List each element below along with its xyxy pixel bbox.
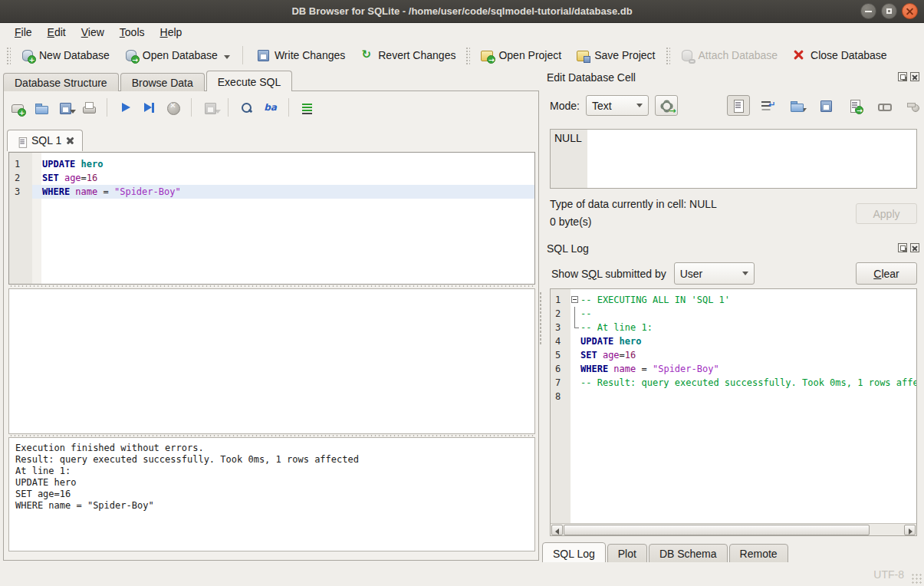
maximize-button[interactable] (881, 3, 897, 19)
mode-dropdown[interactable]: Text (586, 95, 649, 116)
close-database-icon (791, 48, 806, 62)
write-changes-button[interactable]: Write Changes (248, 44, 352, 66)
tab-sql-log[interactable]: SQL Log (542, 542, 606, 565)
close-database-button[interactable]: Close Database (784, 44, 894, 66)
right-dock: Edit Database Cell Mode: Text → NULL Typ… (542, 69, 924, 562)
save-sql-dropdown-icon[interactable] (70, 110, 76, 114)
sql-log-filter-row: Show SQL submitted by User (551, 262, 755, 285)
attach-database-button: Attach Database (672, 44, 785, 66)
save-sql-file-button[interactable] (58, 100, 72, 115)
code-line[interactable]: 1-- EXECUTING ALL IN 'SQL 1' (551, 293, 916, 307)
line-number: 5 (551, 348, 571, 362)
tab-database-structure[interactable]: Database Structure (3, 73, 119, 91)
code-line[interactable]: 2-- (551, 307, 916, 321)
minimize-button[interactable] (860, 3, 876, 19)
open-sql-file-button[interactable] (34, 100, 48, 115)
mode-settings-button[interactable] (655, 95, 678, 116)
code-line[interactable]: 6WHERE name = "Spider-Boy" (551, 362, 916, 376)
chevron-down-icon (742, 272, 748, 275)
fold-collapse-icon (571, 296, 578, 303)
link-icon (876, 98, 891, 113)
submitted-by-dropdown[interactable]: User (674, 262, 755, 285)
code-line[interactable]: 5SET age=16 (551, 348, 916, 362)
horizontal-scrollbar[interactable] (551, 523, 916, 535)
execute-sql-panel: + ba SQL 1 1UPDATE hero2SET age=163WHERE… (3, 91, 539, 561)
results-table[interactable] (8, 288, 535, 434)
save-project-button[interactable]: Save Project (568, 44, 662, 66)
code-line[interactable]: 3WHERE name = "Spider-Boy" (9, 185, 534, 199)
float-panel-icon[interactable] (898, 72, 907, 81)
menu-bar: File Edit View Tools Help (0, 24, 924, 41)
text-view-button[interactable] (727, 95, 750, 116)
fold-margin (571, 334, 580, 348)
code-line[interactable]: 3-- At line 1: (551, 321, 916, 334)
resize-grip[interactable] (911, 573, 922, 584)
open-url-button[interactable] (873, 95, 896, 116)
cell-value: NULL (554, 132, 582, 144)
open-project-button[interactable]: → Open Project (472, 44, 568, 66)
menu-help[interactable]: Help (153, 25, 189, 40)
word-wrap-button[interactable] (756, 95, 779, 116)
edit-cell-title: Edit Database Cell (547, 71, 636, 84)
splitter-handle[interactable] (8, 285, 535, 288)
toolbar-handle[interactable] (465, 46, 470, 64)
revert-changes-button[interactable]: ↻ Revert Changes (352, 44, 462, 66)
minimize-icon (865, 11, 872, 12)
apply-button: Apply (856, 203, 917, 224)
tab-browse-data[interactable]: Browse Data (120, 73, 205, 91)
scrollbar-thumb[interactable] (564, 525, 870, 535)
close-panel-icon[interactable] (910, 243, 919, 252)
menu-file[interactable]: File (8, 25, 39, 40)
open-database-dropdown-icon[interactable] (224, 55, 230, 59)
sql1-tab[interactable]: SQL 1 (7, 130, 83, 151)
tab-remote[interactable]: Remote (729, 544, 788, 565)
menu-edit[interactable]: Edit (41, 25, 73, 40)
cell-content-editor[interactable]: NULL (550, 129, 917, 189)
replace-button[interactable]: ba (263, 100, 278, 115)
cell-type-info: Type of data currently in cell: NULL (550, 198, 717, 210)
close-button[interactable] (902, 3, 918, 19)
fold-margin[interactable] (571, 293, 580, 307)
execution-status-log[interactable]: Execution finished without errors. Resul… (8, 437, 535, 551)
close-tab-icon[interactable] (66, 137, 74, 145)
code-line[interactable]: 4UPDATE hero (551, 334, 916, 348)
new-sql-tab-button[interactable]: + (10, 100, 25, 115)
print-sql-button[interactable] (81, 100, 96, 115)
new-database-button[interactable]: + New Database (13, 44, 117, 66)
export-icon: → (847, 98, 862, 113)
code-line[interactable]: 2SET age=16 (9, 171, 534, 185)
sql-log-view[interactable]: 1-- EXECUTING ALL IN 'SQL 1'2--3-- At li… (550, 288, 917, 536)
format-sql-button[interactable] (300, 100, 314, 115)
close-panel-icon[interactable] (910, 72, 919, 81)
execute-line-button[interactable] (142, 100, 156, 115)
menu-view[interactable]: View (74, 25, 111, 40)
stop-button (166, 100, 180, 115)
code-line[interactable]: 7-- Result: query executed successfully.… (551, 376, 916, 390)
execute-all-button[interactable] (118, 100, 133, 115)
tab-plot[interactable]: Plot (607, 544, 647, 565)
fold-margin (32, 185, 42, 199)
toolbar-handle[interactable] (5, 46, 11, 64)
copy-cell-button[interactable]: → (843, 95, 866, 116)
code-line[interactable]: 1UPDATE hero (9, 157, 534, 171)
sql-editor[interactable]: 1UPDATE hero2SET age=163WHERE name = "Sp… (8, 152, 535, 285)
tab-execute-sql[interactable]: Execute SQL (206, 71, 293, 91)
menu-tools[interactable]: Tools (113, 25, 152, 40)
toolbar-handle[interactable] (665, 46, 670, 64)
new-database-icon: + (20, 48, 35, 62)
code-line[interactable]: 8 (551, 390, 916, 403)
export-cell-button[interactable] (814, 95, 837, 116)
open-database-button[interactable]: → Open Database (117, 44, 237, 66)
open-project-icon: → (479, 48, 494, 62)
sql-document-icon (17, 136, 26, 145)
tab-db-schema[interactable]: DB Schema (649, 544, 728, 565)
import-cell-button[interactable] (785, 95, 808, 116)
find-button[interactable] (239, 100, 254, 115)
scroll-right-icon[interactable] (904, 525, 916, 535)
line-number: 3 (9, 185, 32, 199)
sql-log-title: SQL Log (547, 242, 589, 255)
scroll-left-icon[interactable] (551, 525, 563, 535)
float-panel-icon[interactable] (898, 243, 907, 252)
encoding-indicator[interactable]: UTF-8 (873, 568, 904, 581)
clear-log-button[interactable]: Clear (856, 262, 917, 285)
